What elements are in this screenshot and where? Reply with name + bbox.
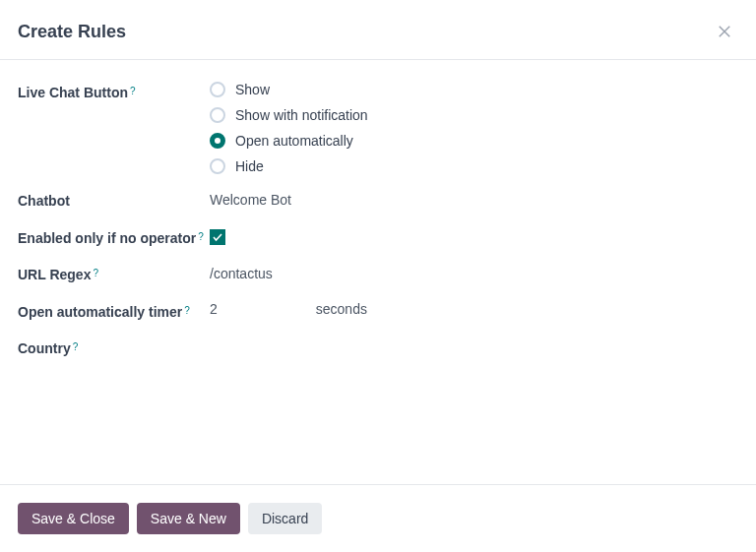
radio-icon [210, 133, 225, 149]
field-chatbot: Chatbot Welcome Bot [18, 190, 738, 212]
field-value: Show Show with notification Open automat… [210, 82, 738, 174]
dialog-header: Create Rules [0, 0, 756, 60]
help-icon[interactable]: ? [93, 268, 98, 278]
timer-unit: seconds [316, 301, 367, 317]
field-country: Country? [18, 337, 738, 359]
field-label: URL Regex? [18, 264, 210, 285]
check-icon [212, 231, 223, 243]
radio-label: Hide [235, 158, 264, 174]
dialog-body: Live Chat Button? Show Show with notific… [0, 60, 756, 484]
field-value: 2 seconds [210, 301, 738, 317]
close-button[interactable] [711, 18, 738, 45]
close-icon [716, 23, 733, 40]
field-url-regex: URL Regex? /contactus [18, 264, 738, 285]
radio-label: Show [235, 82, 270, 97]
timer-value[interactable]: 2 [210, 301, 218, 317]
field-enabled-no-operator: Enabled only if no operator? [18, 227, 738, 249]
label-text: Enabled only if no operator [18, 230, 196, 246]
field-value [210, 227, 738, 245]
radio-icon [210, 107, 225, 123]
checkbox-enabled-no-operator[interactable] [210, 229, 225, 245]
dialog-title: Create Rules [18, 22, 126, 42]
field-open-timer: Open automatically timer? 2 seconds [18, 301, 738, 323]
help-icon[interactable]: ? [73, 341, 79, 352]
dialog-footer: Save & Close Save & New Discard [0, 484, 756, 552]
save-new-button[interactable]: Save & New [137, 503, 240, 534]
save-close-button[interactable]: Save & Close [18, 503, 129, 534]
help-icon[interactable]: ? [184, 305, 190, 316]
discard-button[interactable]: Discard [248, 503, 322, 534]
help-icon[interactable]: ? [198, 231, 204, 242]
url-regex-input[interactable]: /contactus [210, 264, 738, 281]
label-text: Open automatically timer [18, 304, 182, 320]
radio-icon [210, 158, 225, 174]
label-text: Country [18, 340, 71, 356]
radio-group-live-chat: Show Show with notification Open automat… [210, 82, 738, 174]
radio-hide[interactable]: Hide [210, 158, 738, 174]
field-label: Enabled only if no operator? [18, 227, 210, 249]
radio-label: Show with notification [235, 107, 368, 123]
radio-show-notification[interactable]: Show with notification [210, 107, 738, 123]
country-input[interactable] [210, 337, 738, 339]
field-label: Chatbot [18, 190, 210, 212]
create-rules-dialog: Create Rules Live Chat Button? Show [0, 0, 756, 552]
label-text: URL Regex [18, 267, 91, 282]
radio-show[interactable]: Show [210, 82, 738, 97]
field-label: Open automatically timer? [18, 301, 210, 323]
radio-icon [210, 82, 225, 97]
help-icon[interactable]: ? [130, 86, 136, 96]
chatbot-value[interactable]: Welcome Bot [210, 190, 738, 208]
radio-open-auto[interactable]: Open automatically [210, 133, 738, 149]
radio-label: Open automatically [235, 133, 353, 149]
field-label: Country? [18, 337, 210, 359]
field-live-chat-button: Live Chat Button? Show Show with notific… [18, 82, 738, 174]
field-label: Live Chat Button? [18, 82, 210, 103]
label-text: Live Chat Button [18, 85, 128, 100]
